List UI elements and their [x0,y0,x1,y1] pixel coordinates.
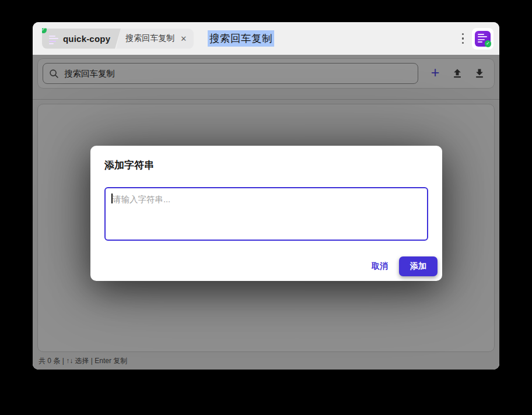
tab-quick-copy[interactable]: ✓ quick-copy [42,29,121,49]
window-header: ✓ quick-copy 搜索回车复制 ✕ 搜索回车复制 ✓ [33,22,499,55]
tab-close-icon[interactable]: ✕ [180,35,187,43]
cancel-button[interactable]: 取消 [365,257,394,276]
quick-copy-extension-icon: ✓ [475,31,491,47]
add-string-dialog: 添加字符串 取消 添加 [90,146,442,281]
tab-search-page[interactable]: 搜索回车复制 ✕ [116,29,194,49]
page-content: + 共 0 条 | ↑↓ 选择 | Enter 复制 添加 [33,55,499,370]
dialog-actions: 取消 添加 [365,256,438,276]
tab-search-page-label: 搜索回车复制 [125,33,174,44]
tab-quick-copy-label: quick-copy [63,34,110,44]
string-input-textarea[interactable] [104,187,428,241]
app-window: ✓ quick-copy 搜索回车复制 ✕ 搜索回车复制 ✓ [33,22,499,370]
text-caret [111,194,113,203]
tab-strip: ✓ quick-copy 搜索回车复制 ✕ [42,29,194,49]
kebab-menu-icon[interactable] [460,30,467,48]
dialog-title: 添加字符串 [104,159,428,172]
header-actions: ✓ [460,28,494,50]
omnibox-selected-text[interactable]: 搜索回车复制 [208,30,274,47]
quick-copy-favicon-icon: ✓ [46,33,58,45]
extension-button[interactable]: ✓ [472,28,494,50]
confirm-add-button[interactable]: 添加 [399,256,438,276]
